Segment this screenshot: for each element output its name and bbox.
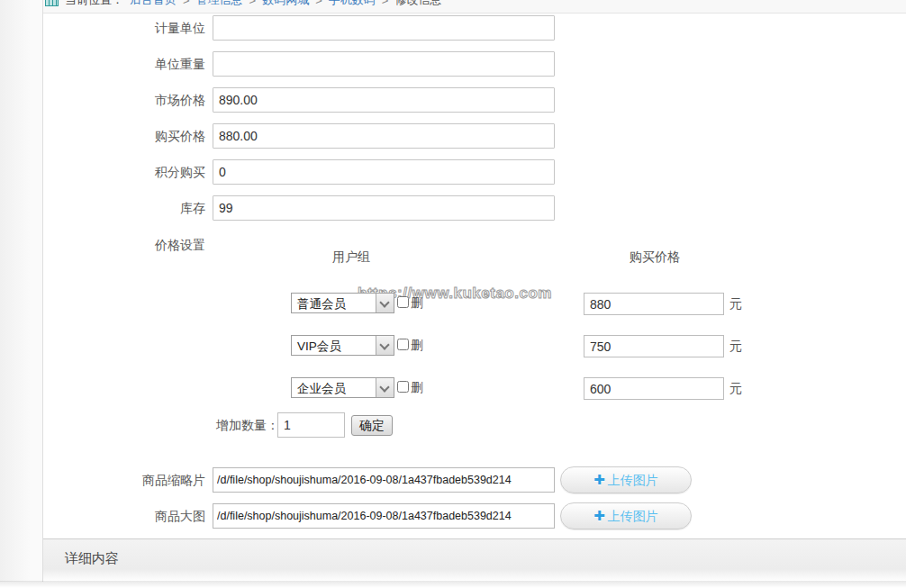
unit-weight-input[interactable] [213,51,555,77]
breadcrumb-link-category[interactable]: 数码网城 [262,0,309,8]
delete-checkbox[interactable] [397,381,409,393]
upload-large-image-button[interactable]: ✚上传图片 [560,502,692,529]
add-quantity-input[interactable] [277,412,345,438]
delete-checkbox[interactable] [397,296,409,308]
field-row-points-buy: 积分购买 [0,159,906,185]
thumbnail-field-row: 商品缩略片 ✚上传图片 [0,467,906,494]
user-group-select-enterprise[interactable]: 企业会员 [291,377,394,398]
stock-label: 库存 [43,195,205,221]
delete-label: 删 [411,295,423,312]
upload-button-label: 上传图片 [608,473,658,487]
detail-content-title: 详细内容 [65,550,119,567]
breadcrumb-bar: 当前位置： 后台首页 > 管理信息 > 数码网城 > 手机数码 > 修改信息 [43,0,906,14]
add-quantity-label: 增加数量： [216,418,279,434]
group-price-input-normal[interactable] [584,293,724,315]
breadcrumb-current: 修改信息 [394,0,441,8]
price-group-row-enterprise: 企业会员 删 元 [0,377,906,401]
price-settings-label: 价格设置 [43,238,205,254]
delete-label: 删 [411,338,423,354]
group-price-input-enterprise[interactable] [584,377,724,400]
breadcrumb-link-manage-info[interactable]: 管理信息 [196,0,243,8]
plus-icon: ✚ [593,472,605,487]
buy-price-label: 购买价格 [43,123,205,149]
product-edit-page: 当前位置： 后台首页 > 管理信息 > 数码网城 > 手机数码 > 修改信息 计… [0,0,906,588]
plus-icon: ✚ [593,508,605,523]
buy-price-input[interactable] [213,123,555,149]
breadcrumb-separator: > [183,0,190,7]
buy-price-column-header: 购买价格 [601,249,709,266]
user-group-selected-value: VIP会员 [297,339,341,355]
upload-thumbnail-button[interactable]: ✚上传图片 [560,466,692,493]
field-row-buy-price: 购买价格 [0,123,906,149]
user-group-select-normal[interactable]: 普通会员 [291,293,394,313]
market-price-input[interactable] [213,87,555,113]
large-image-label: 商品大图 [43,503,205,529]
thumbnail-path-input[interactable] [213,467,555,493]
location-grid-icon [45,0,59,6]
thumbnail-label: 商品缩略片 [43,467,205,493]
breadcrumb-link-subcategory[interactable]: 手机数码 [329,0,376,8]
large-image-field-row: 商品大图 ✚上传图片 [0,503,906,530]
breadcrumb: 当前位置： 后台首页 > 管理信息 > 数码网城 > 手机数码 > 修改信息 [45,0,441,8]
chevron-down-icon [376,336,394,355]
unit-weight-label: 单位重量 [43,51,205,77]
breadcrumb-separator: > [249,0,257,7]
breadcrumb-link-home[interactable]: 后台首页 [130,0,177,8]
unit-label: 计量单位 [43,15,205,41]
upload-button-label: 上传图片 [608,509,658,523]
field-row-unit: 计量单位 [0,15,906,41]
user-group-selected-value: 企业会员 [297,381,346,397]
detail-content-bar: 详细内容 [43,538,906,582]
breadcrumb-separator: > [382,0,389,7]
chevron-down-icon [376,378,394,397]
yuan-unit-label: 元 [729,296,742,312]
panel-shadow [0,581,906,588]
price-group-row-normal: 普通会员 删 元 [0,293,906,316]
chevron-down-icon [376,294,394,312]
large-image-path-input[interactable] [213,503,555,529]
yuan-unit-label: 元 [729,339,742,355]
user-group-select-vip[interactable]: VIP会员 [291,335,394,356]
user-group-column-header: 用户组 [297,249,405,266]
add-quantity-row: 增加数量： 确定 [0,412,906,439]
field-row-unit-weight: 单位重量 [0,51,906,77]
breadcrumb-prefix: 当前位置： [65,0,123,8]
stock-input[interactable] [213,195,555,221]
yuan-unit-label: 元 [729,381,742,397]
market-price-label: 市场价格 [43,87,205,113]
field-row-market-price: 市场价格 [0,87,906,113]
breadcrumb-separator: > [315,0,322,7]
confirm-button[interactable]: 确定 [351,415,393,436]
points-buy-label: 积分购买 [43,159,205,185]
delete-label: 删 [411,380,423,396]
field-row-stock: 库存 [0,195,906,221]
group-price-input-vip[interactable] [584,335,724,357]
unit-input[interactable] [213,15,555,41]
points-buy-input[interactable] [213,159,555,185]
price-group-row-vip: VIP会员 删 元 [0,335,906,358]
delete-checkbox[interactable] [397,339,409,350]
user-group-selected-value: 普通会员 [297,296,346,312]
